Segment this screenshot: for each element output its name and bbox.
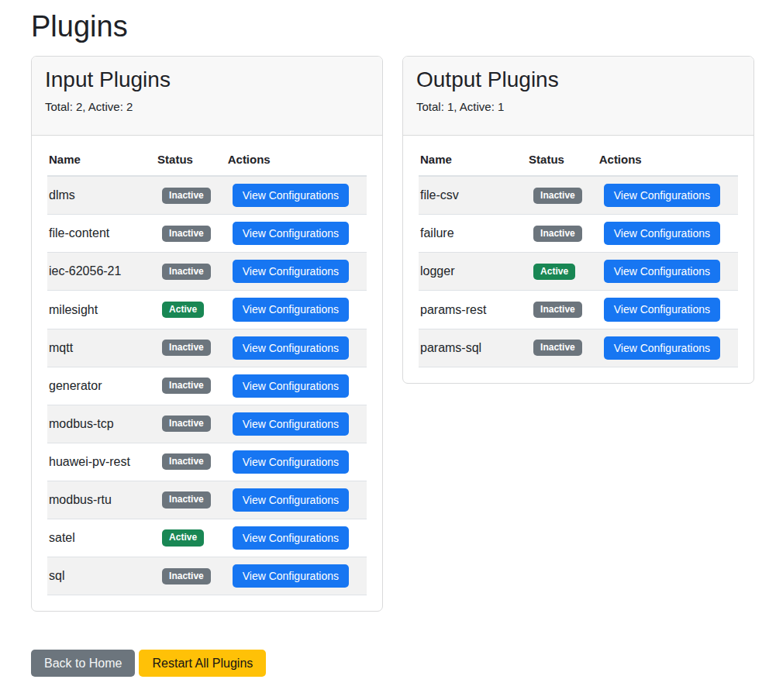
plugin-name: generator xyxy=(47,367,156,405)
status-badge: Inactive xyxy=(162,416,211,432)
plugin-status-cell: Active xyxy=(527,253,598,291)
plugin-status-cell: Inactive xyxy=(527,215,598,253)
view-configurations-button[interactable]: View Configurations xyxy=(233,260,349,283)
plugin-status-cell: Inactive xyxy=(156,481,226,519)
plugin-name: file-csv xyxy=(419,176,527,215)
status-badge: Active xyxy=(162,529,204,546)
plugin-actions-cell: View Configurations xyxy=(598,291,738,329)
output-plugins-title: Output Plugins xyxy=(416,67,740,93)
view-configurations-button[interactable]: View Configurations xyxy=(604,222,720,245)
view-configurations-button[interactable]: View Configurations xyxy=(233,450,349,474)
plugin-status-cell: Active xyxy=(156,519,226,557)
status-badge: Active xyxy=(162,302,204,318)
plugin-cards-row: Input Plugins Total: 2, Active: 2 Name S… xyxy=(31,56,754,612)
plugin-name: milesight xyxy=(47,291,156,329)
column-header-name: Name xyxy=(419,147,527,176)
page-title: Plugins xyxy=(31,9,754,45)
plugin-actions-cell: View Configurations xyxy=(598,253,738,291)
view-configurations-button[interactable]: View Configurations xyxy=(233,526,349,550)
table-header-row: Name Status Actions xyxy=(47,147,367,176)
column-header-status: Status xyxy=(527,147,598,176)
table-row: iec-62056-21 Inactive View Configuration… xyxy=(47,253,367,291)
view-configurations-button[interactable]: View Configurations xyxy=(604,298,720,321)
plugin-status-cell: Inactive xyxy=(527,329,598,367)
back-to-home-button[interactable]: Back to Home xyxy=(31,650,135,677)
table-row: file-csv Inactive View Configurations xyxy=(419,176,738,215)
view-configurations-button[interactable]: View Configurations xyxy=(604,184,720,207)
plugin-name: dlms xyxy=(47,176,156,215)
footer-actions: Back to Home Restart All Plugins xyxy=(31,650,754,677)
status-badge: Inactive xyxy=(533,302,582,318)
column-header-actions: Actions xyxy=(598,147,738,176)
table-row: mqtt Inactive View Configurations xyxy=(47,329,367,367)
output-plugins-card-header: Output Plugins Total: 1, Active: 1 xyxy=(403,57,753,136)
plugin-name: modbus-rtu xyxy=(47,481,156,519)
plugin-status-cell: Inactive xyxy=(156,329,226,367)
view-configurations-button[interactable]: View Configurations xyxy=(233,298,349,321)
plugin-name: params-rest xyxy=(419,291,527,329)
view-configurations-button[interactable]: View Configurations xyxy=(233,222,349,245)
table-row: params-rest Inactive View Configurations xyxy=(419,291,738,329)
plugin-status-cell: Inactive xyxy=(156,557,226,595)
status-badge: Inactive xyxy=(162,378,211,394)
plugin-actions-cell: View Configurations xyxy=(226,443,367,481)
view-configurations-button[interactable]: View Configurations xyxy=(604,336,720,360)
output-plugins-table: Name Status Actions file-csv Inactive Vi… xyxy=(419,147,738,367)
plugin-name: params-sql xyxy=(419,329,527,367)
plugin-name: modbus-tcp xyxy=(47,405,156,443)
view-configurations-button[interactable]: View Configurations xyxy=(233,564,349,588)
plugin-status-cell: Inactive xyxy=(156,443,226,481)
plugin-name: mqtt xyxy=(47,329,156,367)
status-badge: Active xyxy=(533,264,575,280)
plugin-actions-cell: View Configurations xyxy=(598,329,738,367)
plugin-status-cell: Active xyxy=(156,291,226,329)
input-plugins-summary: Total: 2, Active: 2 xyxy=(45,100,369,113)
table-row: milesight Active View Configurations xyxy=(47,291,367,329)
view-configurations-button[interactable]: View Configurations xyxy=(233,336,349,360)
view-configurations-button[interactable]: View Configurations xyxy=(233,488,349,512)
restart-all-plugins-button[interactable]: Restart All Plugins xyxy=(139,650,266,677)
plugin-actions-cell: View Configurations xyxy=(226,176,367,215)
plugin-actions-cell: View Configurations xyxy=(226,405,367,443)
plugin-status-cell: Inactive xyxy=(527,291,598,329)
plugin-actions-cell: View Configurations xyxy=(226,367,367,405)
plugin-actions-cell: View Configurations xyxy=(598,215,738,253)
plugin-status-cell: Inactive xyxy=(527,176,598,215)
plugin-actions-cell: View Configurations xyxy=(226,253,367,291)
view-configurations-button[interactable]: View Configurations xyxy=(233,374,349,398)
view-configurations-button[interactable]: View Configurations xyxy=(233,184,349,207)
plugin-name: huawei-pv-rest xyxy=(47,443,156,481)
output-plugins-card: Output Plugins Total: 1, Active: 1 Name … xyxy=(402,56,754,384)
input-plugins-card: Input Plugins Total: 2, Active: 2 Name S… xyxy=(31,56,383,612)
plugin-status-cell: Inactive xyxy=(156,215,226,253)
input-plugins-card-body: Name Status Actions dlms Inactive View C… xyxy=(32,136,382,611)
plugin-name: logger xyxy=(419,253,527,291)
input-plugins-title: Input Plugins xyxy=(45,67,369,93)
table-row: modbus-rtu Inactive View Configurations xyxy=(47,481,367,519)
input-plugins-table: Name Status Actions dlms Inactive View C… xyxy=(47,147,367,595)
status-badge: Inactive xyxy=(162,491,211,508)
plugin-name: satel xyxy=(47,519,156,557)
status-badge: Inactive xyxy=(162,264,211,280)
status-badge: Inactive xyxy=(162,453,211,470)
status-badge: Inactive xyxy=(162,340,211,356)
table-row: params-sql Inactive View Configurations xyxy=(419,329,738,367)
status-badge: Inactive xyxy=(533,188,582,204)
status-badge: Inactive xyxy=(162,188,211,204)
plugin-status-cell: Inactive xyxy=(156,176,226,215)
table-row: file-content Inactive View Configuration… xyxy=(47,215,367,253)
plugin-name: file-content xyxy=(47,215,156,253)
status-badge: Inactive xyxy=(162,226,211,242)
table-row: modbus-tcp Inactive View Configurations xyxy=(47,405,367,443)
plugin-name: iec-62056-21 xyxy=(47,253,156,291)
plugin-actions-cell: View Configurations xyxy=(226,329,367,367)
input-plugins-card-header: Input Plugins Total: 2, Active: 2 xyxy=(32,57,382,136)
output-plugins-card-body: Name Status Actions file-csv Inactive Vi… xyxy=(403,136,753,382)
table-row: logger Active View Configurations xyxy=(419,253,738,291)
column-header-status: Status xyxy=(156,147,226,176)
view-configurations-button[interactable]: View Configurations xyxy=(604,260,720,283)
table-row: satel Active View Configurations xyxy=(47,519,367,557)
table-row: huawei-pv-rest Inactive View Configurati… xyxy=(47,443,367,481)
view-configurations-button[interactable]: View Configurations xyxy=(233,412,349,436)
table-row: generator Inactive View Configurations xyxy=(47,367,367,405)
